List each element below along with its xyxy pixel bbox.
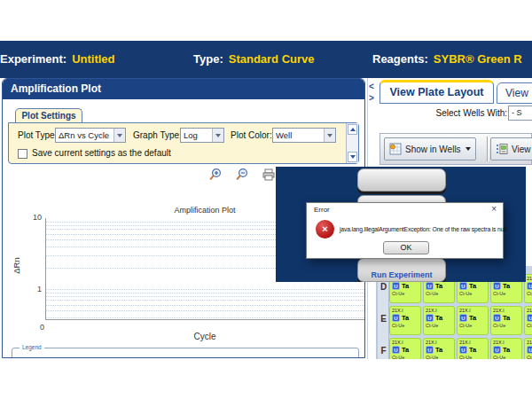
plate-well[interactable]: 21X.lUTaCt-Ue <box>490 338 522 359</box>
error-dialog: Error × × java.lang.IllegalArgumentExcep… <box>306 202 504 259</box>
plot-color-select[interactable]: Well <box>272 128 336 143</box>
y-axis-label: ΔRn <box>12 257 21 274</box>
zoom-out-icon[interactable] <box>235 168 249 182</box>
wells-grid-icon <box>389 143 402 155</box>
plate-row-label: D <box>378 282 389 292</box>
gridline <box>46 305 364 306</box>
save-default-checkbox[interactable] <box>18 149 27 159</box>
legend-box: Legend <box>12 348 359 358</box>
well-detail-text: Ct-Ue <box>392 355 420 359</box>
plot-type-label: Plot Type: <box>18 128 57 143</box>
unknown-task-icon: U <box>527 346 532 354</box>
type-value: Standard Curve <box>229 52 315 66</box>
well-target-text: Ta <box>435 346 442 354</box>
toolbar-separator <box>487 137 488 161</box>
view-legend-icon <box>496 143 508 155</box>
show-in-wells-button[interactable]: Show in Wells <box>384 137 476 160</box>
well-sample-text: 21X.l <box>527 340 532 345</box>
well-sample-text: 21X.l <box>459 340 488 345</box>
well-target-text: Ta <box>503 282 510 290</box>
well-target-text: Ta <box>503 346 510 354</box>
well-target-text: Ta <box>402 314 409 322</box>
zoom-in-icon[interactable] <box>208 168 223 182</box>
settings-scrollbar[interactable] <box>346 123 358 163</box>
well-sample-text: 21X.l <box>493 308 521 313</box>
well-sample-text: 21X.l <box>527 276 532 281</box>
reagents-value: SYBR® Green R <box>434 52 522 66</box>
plate-well[interactable]: 21X.lUTaCt-Ue <box>457 306 489 335</box>
well-sample-text: 21X.l <box>426 308 454 313</box>
close-icon[interactable]: × <box>491 204 497 214</box>
gridline <box>46 293 364 293</box>
y-tick-1: 1 <box>19 285 42 293</box>
tab-plot-settings[interactable]: Plot Settings <box>15 108 82 123</box>
unknown-task-icon: U <box>392 346 400 354</box>
ok-button[interactable]: OK <box>383 241 429 254</box>
plate-toolbar: Show in Wells View L <box>379 133 532 165</box>
well-detail-text: Ct-Ue <box>392 291 420 296</box>
well-detail-text: Ct-Ue <box>459 323 488 328</box>
scroll-up-icon[interactable] <box>348 124 357 135</box>
well-sample-text: 21X.l <box>426 340 454 345</box>
unknown-task-icon: U <box>392 314 400 322</box>
plate-well[interactable]: 21X.lUTaCt-Ue <box>389 306 421 335</box>
plot-color-value: Well <box>276 130 292 140</box>
gridline <box>46 300 364 301</box>
print-icon[interactable] <box>262 168 276 182</box>
well-detail-text: Ct-Ue <box>459 291 488 296</box>
well-target-text: Ta <box>435 282 442 290</box>
dropdown-arrow-icon[interactable] <box>324 129 335 142</box>
plate-well[interactable]: 21X.lUTaCt-Ue <box>524 338 532 359</box>
well-sample-text: 21X.l <box>392 308 420 313</box>
well-detail-text: Ct-Ue <box>527 323 532 328</box>
experiment-group: Experiment:Untitled <box>0 52 115 66</box>
run-experiment-button[interactable]: Run Experiment <box>357 258 446 282</box>
plate-well[interactable]: 21X.lUTaCt-Ue <box>389 338 421 359</box>
plot-type-value: ΔRn vs Cycle <box>59 130 109 140</box>
dropdown-arrow-icon[interactable] <box>113 129 125 142</box>
plate-row-label: E <box>378 314 389 324</box>
run-experiment-label: Run Experiment <box>358 270 445 279</box>
well-target-text: Ta <box>402 346 409 354</box>
plot-type-select[interactable]: ΔRn vs Cycle <box>55 128 126 143</box>
error-icon: × <box>316 220 334 239</box>
x-tick-0: 0 <box>40 323 44 332</box>
well-detail-text: Ct-Ue <box>527 291 532 296</box>
well-sample-text: 21X.l <box>527 308 532 313</box>
instrument-button-top[interactable] <box>357 168 446 192</box>
experiment-banner: Experiment:Untitled Type:Standard Curve … <box>0 41 532 78</box>
unknown-task-icon: U <box>493 346 501 354</box>
well-detail-text: Ct-Ue <box>426 291 454 296</box>
well-detail-text: Ct-Ue <box>527 355 532 359</box>
well-target-text: Ta <box>435 314 442 322</box>
plate-well[interactable]: 21X.lUTaCt-Ue <box>490 306 522 335</box>
tab-view-plate-layout[interactable]: View Plate Layout <box>379 80 494 104</box>
tab-view-secondary[interactable]: View <box>497 82 532 104</box>
save-default-label: Save current settings as the default <box>32 148 171 158</box>
well-target-text: Ta <box>402 282 409 290</box>
well-target-text: Ta <box>469 346 476 354</box>
plate-well[interactable]: 21X.lUTaCt-Ue <box>524 306 532 335</box>
well-sample-text: 21X.l <box>493 340 521 345</box>
reagents-label: Reagents: <box>372 52 428 66</box>
unknown-task-icon: U <box>426 346 434 354</box>
scroll-down-icon[interactable] <box>348 152 357 162</box>
plot-settings-box: Plot Type: ΔRn vs Cycle Graph Type: Log … <box>8 122 359 164</box>
plate-row-label: F <box>378 346 389 356</box>
view-legend-button[interactable]: View L <box>490 137 532 160</box>
graph-type-select[interactable]: Log <box>180 128 224 143</box>
graph-type-label: Graph Type: <box>133 128 182 143</box>
plate-well[interactable]: 21X.lUTaCt-Ue <box>423 338 455 359</box>
unknown-task-icon: U <box>459 282 467 290</box>
well-detail-text: Ct-Ue <box>493 323 521 328</box>
well-detail-text: Ct-Ue <box>493 291 521 296</box>
plate-well[interactable]: 21X.lUTaCt-Ue <box>423 306 455 335</box>
dropdown-arrow-icon[interactable] <box>212 129 223 142</box>
well-target-text: Ta <box>503 314 510 322</box>
select-wells-dropdown[interactable]: - S <box>508 106 532 121</box>
well-detail-text: Ct-Ue <box>459 355 488 359</box>
unknown-task-icon: U <box>493 314 501 322</box>
plate-well[interactable]: 21X.lUTaCt-Ue <box>457 338 489 359</box>
reagents-group: Reagents:SYBR® Green R <box>372 52 522 66</box>
well-detail-text: Ct-Ue <box>392 323 420 328</box>
